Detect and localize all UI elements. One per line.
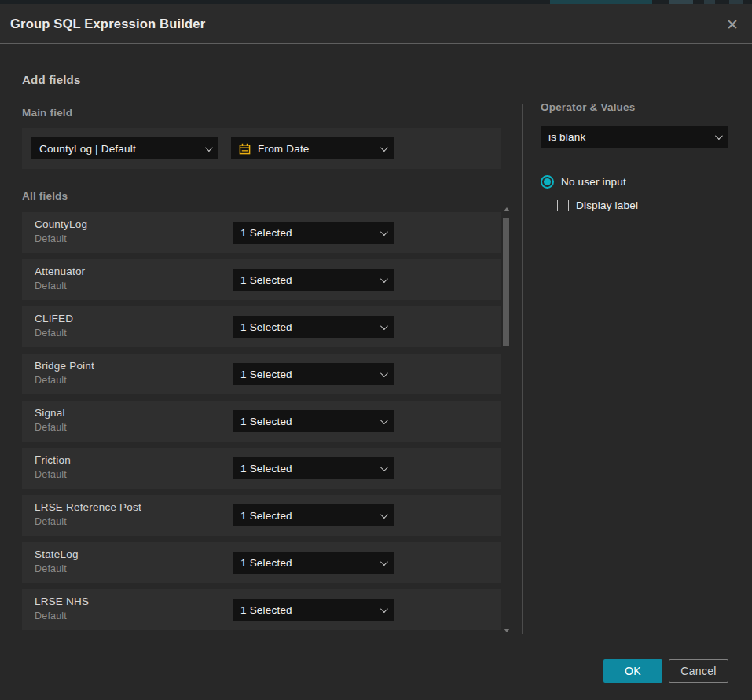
field-subtitle: Default bbox=[35, 233, 67, 244]
field-name: Signal bbox=[35, 407, 65, 419]
main-field-source-value: CountyLog | Default bbox=[39, 143, 199, 155]
field-name: Attenuator bbox=[35, 266, 85, 277]
selection-count: 1 Selected bbox=[240, 510, 374, 522]
main-field-source-dropdown[interactable]: CountyLog | Default bbox=[31, 137, 218, 159]
no-user-input-radio[interactable]: No user input bbox=[541, 175, 626, 189]
selection-count: 1 Selected bbox=[240, 368, 374, 380]
main-field-panel: CountyLog | Default From Date bbox=[22, 128, 501, 169]
field-row-statelog[interactable]: StateLog Default 1 Selected bbox=[22, 542, 501, 583]
operator-dropdown[interactable]: is blank bbox=[541, 126, 728, 148]
scrollbar-up-arrow-icon[interactable] bbox=[504, 207, 510, 211]
field-selection-dropdown[interactable]: 1 Selected bbox=[233, 552, 394, 574]
field-row-lrse-nhs[interactable]: LRSE NHS Default 1 Selected bbox=[22, 589, 501, 630]
all-fields-label: All fields bbox=[22, 190, 68, 202]
main-field-date-dropdown[interactable]: From Date bbox=[231, 137, 394, 159]
scrollbar-down-arrow-icon[interactable] bbox=[504, 629, 510, 632]
display-label-checkbox-row[interactable]: Display label bbox=[557, 200, 638, 211]
field-row-countylog[interactable]: CountyLog Default 1 Selected bbox=[22, 212, 501, 253]
field-subtitle: Default bbox=[35, 280, 67, 291]
field-subtitle: Default bbox=[35, 422, 67, 433]
operator-values-heading: Operator & Values bbox=[541, 101, 635, 113]
chevron-down-icon bbox=[380, 464, 388, 471]
all-fields-list: CountyLog Default 1 Selected Attenuator … bbox=[22, 212, 501, 636]
chevron-down-icon bbox=[380, 228, 388, 236]
field-name: LRSE NHS bbox=[35, 596, 89, 607]
selection-count: 1 Selected bbox=[240, 557, 374, 569]
dialog-header: Group SQL Expression Builder ✕ bbox=[0, 4, 752, 44]
checkbox-unchecked-icon[interactable] bbox=[557, 200, 569, 211]
field-row-signal[interactable]: Signal Default 1 Selected bbox=[22, 401, 501, 442]
selection-count: 1 Selected bbox=[240, 321, 374, 333]
cancel-button[interactable]: Cancel bbox=[669, 659, 728, 683]
field-name: StateLog bbox=[35, 548, 79, 560]
field-row-clifed[interactable]: CLIFED Default 1 Selected bbox=[22, 306, 501, 347]
field-subtitle: Default bbox=[35, 328, 67, 339]
calendar-date-icon bbox=[239, 143, 251, 155]
field-subtitle: Default bbox=[35, 563, 67, 574]
selection-count: 1 Selected bbox=[240, 227, 374, 239]
field-subtitle: Default bbox=[35, 610, 67, 621]
vertical-divider bbox=[522, 104, 523, 634]
radio-selected-icon[interactable] bbox=[541, 175, 554, 189]
close-icon[interactable]: ✕ bbox=[723, 15, 742, 34]
field-selection-dropdown[interactable]: 1 Selected bbox=[233, 410, 394, 432]
field-subtitle: Default bbox=[35, 469, 67, 480]
field-selection-dropdown[interactable]: 1 Selected bbox=[233, 457, 394, 479]
field-row-bridge-point[interactable]: Bridge Point Default 1 Selected bbox=[22, 354, 501, 394]
field-subtitle: Default bbox=[35, 375, 67, 386]
field-selection-dropdown[interactable]: 1 Selected bbox=[233, 363, 394, 385]
radio-label: No user input bbox=[561, 176, 626, 188]
field-subtitle: Default bbox=[35, 516, 67, 527]
selection-count: 1 Selected bbox=[240, 274, 374, 286]
field-row-lrse-reference-post[interactable]: LRSE Reference Post Default 1 Selected bbox=[22, 495, 501, 536]
selection-count: 1 Selected bbox=[240, 416, 374, 427]
chevron-down-icon bbox=[380, 369, 388, 377]
field-name: Bridge Point bbox=[35, 360, 94, 372]
field-name: CountyLog bbox=[35, 218, 87, 230]
chevron-down-icon bbox=[380, 322, 388, 330]
dialog-title: Group SQL Expression Builder bbox=[10, 16, 205, 31]
main-field-label: Main field bbox=[22, 107, 72, 119]
field-selection-dropdown[interactable]: 1 Selected bbox=[233, 599, 394, 621]
field-selection-dropdown[interactable]: 1 Selected bbox=[233, 316, 394, 338]
fields-list-scrollbar[interactable] bbox=[502, 206, 511, 634]
checkbox-label: Display label bbox=[576, 200, 638, 211]
chevron-down-icon bbox=[380, 558, 388, 566]
field-selection-dropdown[interactable]: 1 Selected bbox=[233, 269, 394, 291]
field-selection-dropdown[interactable]: 1 Selected bbox=[233, 504, 394, 526]
field-name: LRSE Reference Post bbox=[35, 501, 141, 513]
selection-count: 1 Selected bbox=[240, 604, 374, 616]
group-sql-expression-builder-dialog: Group SQL Expression Builder ✕ Add field… bbox=[0, 4, 752, 700]
scrollbar-thumb[interactable] bbox=[503, 218, 509, 346]
chevron-down-icon bbox=[380, 416, 388, 424]
add-fields-heading: Add fields bbox=[22, 73, 81, 86]
field-name: Friction bbox=[35, 454, 71, 466]
chevron-down-icon bbox=[205, 144, 213, 152]
chevron-down-icon bbox=[715, 132, 723, 140]
chevron-down-icon bbox=[380, 275, 388, 283]
field-name: CLIFED bbox=[35, 313, 73, 324]
field-row-attenuator[interactable]: Attenuator Default 1 Selected bbox=[22, 259, 501, 300]
chevron-down-icon bbox=[380, 605, 388, 613]
field-row-friction[interactable]: Friction Default 1 Selected bbox=[22, 448, 501, 489]
operator-value: is blank bbox=[548, 131, 709, 143]
chevron-down-icon bbox=[380, 511, 388, 519]
ok-button[interactable]: OK bbox=[603, 659, 662, 683]
selection-count: 1 Selected bbox=[240, 463, 374, 475]
main-field-date-value: From Date bbox=[258, 143, 374, 155]
chevron-down-icon bbox=[380, 144, 388, 152]
field-selection-dropdown[interactable]: 1 Selected bbox=[233, 222, 394, 244]
